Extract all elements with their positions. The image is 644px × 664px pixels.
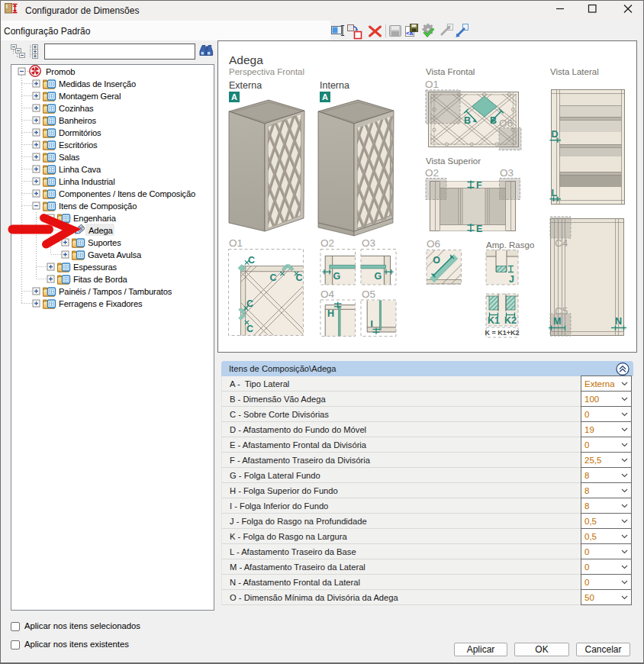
svg-text:G: G [375,271,382,282]
svg-text:Salas: Salas [59,153,80,162]
svg-text:Montagem Geral: Montagem Geral [59,92,121,101]
svg-text:O6: O6 [427,238,440,250]
svg-text:Vista Frontal: Vista Frontal [426,67,475,76]
svg-text:Espessuras: Espessuras [73,263,118,272]
svg-text:O1: O1 [425,79,439,90]
svg-text:Linha Industrial: Linha Industrial [59,177,114,186]
svg-text:Interna: Interna [320,80,349,91]
svg-text:A: A [231,92,237,102]
svg-text:K2: K2 [504,315,517,326]
svg-text:C: C [248,255,255,266]
svg-text:Engenharia: Engenharia [73,214,117,223]
svg-text:G: G [333,271,341,282]
svg-text:Escritórios: Escritórios [59,140,98,150]
svg-text:Promob: Promob [46,67,75,76]
svg-text:N: N [615,316,622,327]
svg-text:Painéis / Tampos / Tamburatos: Painéis / Tampos / Tamburatos [59,287,172,296]
svg-text:C: C [269,272,276,283]
svg-text:O4: O4 [320,288,335,300]
svg-text:O2: O2 [320,237,334,249]
svg-text:B: B [464,115,471,126]
svg-text:O3: O3 [362,237,375,249]
svg-text:Vista Superior: Vista Superior [426,156,481,166]
svg-text:C: C [246,298,253,309]
svg-text:D: D [552,129,559,140]
svg-text:Ferragens e Fixadores: Ferragens e Fixadores [59,299,143,308]
svg-text:Cozinhas: Cozinhas [59,104,94,113]
svg-text:Banheiros: Banheiros [59,116,97,125]
svg-text:Suportes: Suportes [88,238,121,247]
svg-text:Adega: Adega [229,53,263,66]
svg-text:C: C [295,272,302,283]
svg-text:K1: K1 [488,315,500,326]
svg-text:L: L [552,188,558,198]
svg-text:O1: O1 [229,237,243,249]
svg-text:C4: C4 [555,237,568,249]
svg-text:J: J [509,274,514,285]
svg-text:O2: O2 [425,167,439,179]
svg-text:Linha Cava: Linha Cava [59,165,101,174]
svg-text:Perspectiva Frontal: Perspectiva Frontal [229,67,304,76]
svg-text:Vista Lateral: Vista Lateral [550,67,599,76]
svg-text:M: M [553,316,561,327]
svg-text:Itens de Composição: Itens de Composição [59,201,137,211]
svg-text:O6: O6 [499,118,513,129]
svg-text:Adega: Adega [89,226,114,235]
svg-text:C: C [246,324,253,334]
svg-text:C5: C5 [555,305,568,317]
svg-text:Dormitórios: Dormitórios [59,128,101,137]
svg-text:B: B [490,115,497,126]
svg-text:Medidas de Inserção: Medidas de Inserção [59,79,136,89]
svg-text:H: H [327,308,334,319]
svg-text:Fitas de Borda: Fitas de Borda [73,275,128,284]
svg-text:O: O [433,255,440,266]
svg-text:Externa: Externa [229,80,262,91]
svg-text:E: E [476,224,482,234]
svg-text:O5: O5 [362,288,375,300]
svg-text:Amp. Rasgo: Amp. Rasgo [486,240,534,250]
svg-text:Gaveta Avulsa: Gaveta Avulsa [88,250,142,259]
svg-text:A: A [322,92,328,102]
svg-text:O3: O3 [500,167,514,179]
svg-text:Componentes / Itens de Composi: Componentes / Itens de Composição [59,189,195,198]
svg-text:F: F [476,180,482,191]
svg-text:K = K1+K2: K = K1+K2 [485,329,519,337]
